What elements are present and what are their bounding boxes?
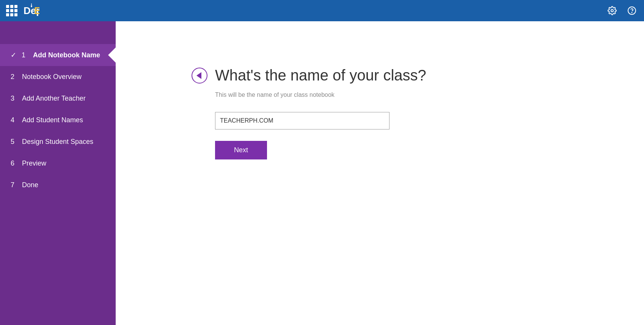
svg-text:ED: ED <box>34 5 39 16</box>
sidebar-item-label-7: Done <box>22 181 38 189</box>
sidebar-item-done[interactable]: 7 Done <box>0 174 116 196</box>
step-number-5: 5 <box>11 138 18 146</box>
sidebar-item-preview[interactable]: 6 Preview <box>0 153 116 174</box>
svg-point-4 <box>611 9 613 12</box>
help-icon[interactable] <box>626 5 638 17</box>
main-container: ✓ 1 Add Notebook Name 2 Notebook Overvie… <box>0 21 644 325</box>
step-number-3: 3 <box>11 95 18 103</box>
grid-icon[interactable] <box>6 5 17 16</box>
back-button[interactable] <box>192 68 207 84</box>
sidebar-item-notebook-overview[interactable]: 2 Notebook Overview <box>0 66 116 88</box>
step-number-1: 1 <box>22 51 29 59</box>
checkmark-icon: ✓ <box>11 51 16 59</box>
sidebar-item-label-4: Add Student Names <box>22 116 83 124</box>
step-number-7: 7 <box>11 181 18 189</box>
page-subtitle: This will be the name of your class note… <box>215 92 335 98</box>
header-right <box>606 5 638 17</box>
sidebar-item-label-1: Add Notebook Name <box>33 51 100 59</box>
logo-icon: Dep ED <box>24 3 39 18</box>
step-number-6: 6 <box>11 159 18 167</box>
sidebar: ✓ 1 Add Notebook Name 2 Notebook Overvie… <box>0 21 116 325</box>
step-number-2: 2 <box>11 73 18 81</box>
settings-icon[interactable] <box>606 5 618 17</box>
sidebar-item-add-another-teacher[interactable]: 3 Add Another Teacher <box>0 88 116 109</box>
header-left: Dep ED <box>6 3 39 18</box>
sidebar-item-label-5: Design Student Spaces <box>22 138 93 146</box>
sidebar-item-add-student-names[interactable]: 4 Add Student Names <box>0 109 116 131</box>
page-title: What's the name of your class? <box>215 67 426 84</box>
sidebar-item-add-notebook-name[interactable]: ✓ 1 Add Notebook Name <box>0 44 116 66</box>
logo: Dep ED <box>24 3 39 18</box>
sidebar-item-label-3: Add Another Teacher <box>22 95 86 103</box>
next-button[interactable]: Next <box>215 141 267 159</box>
content-header: What's the name of your class? <box>192 67 426 84</box>
sidebar-item-design-student-spaces[interactable]: 5 Design Student Spaces <box>0 131 116 153</box>
sidebar-item-label-2: Notebook Overview <box>22 73 82 81</box>
content-area: What's the name of your class? This will… <box>116 21 644 325</box>
back-arrow-icon <box>196 72 201 79</box>
sidebar-item-label-6: Preview <box>22 159 46 167</box>
class-name-input[interactable] <box>215 112 390 129</box>
header: Dep ED <box>0 0 644 21</box>
step-number-4: 4 <box>11 116 18 124</box>
